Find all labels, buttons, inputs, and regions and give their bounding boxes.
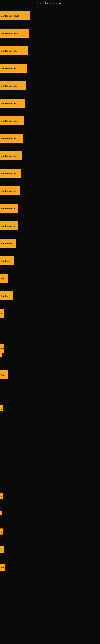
bar-label-10: Bottleneck res — [0, 186, 20, 195]
bar-label-23: | — [0, 511, 1, 515]
bar-label-0: Bottleneck result — [0, 11, 30, 20]
bar-label-14: Bottlene — [0, 256, 14, 265]
bar-label-13: Bottleneck r — [0, 239, 16, 248]
bar-item-1: Bottleneck result — [0, 28, 29, 38]
bar-item-24: E — [0, 528, 3, 534]
bar-label-25: B — [0, 546, 4, 553]
bar-item-20: Bott — [0, 370, 8, 379]
bar-label-24: E — [0, 528, 3, 534]
bar-item-19: | — [0, 352, 1, 356]
bar-label-2: Bottleneck resu — [0, 46, 28, 55]
bar-item-3: Bottleneck resu — [0, 64, 27, 73]
bar-label-15: Bot — [0, 274, 8, 283]
bar-item-18: Bo — [0, 344, 4, 353]
bar-item-13: Bottleneck r — [0, 239, 16, 248]
bar-label-18: Bo — [0, 344, 4, 353]
bar-label-4: Bottleneck resu — [0, 81, 26, 90]
bar-label-3: Bottleneck resu — [0, 64, 27, 73]
bar-item-15: Bot — [0, 274, 8, 283]
bar-item-11: Bottleneck re — [0, 204, 18, 213]
bar-label-21: E — [0, 405, 3, 411]
bar-label-22: F — [0, 493, 3, 499]
site-title: TheBottlenecker.com — [37, 2, 63, 5]
bar-label-19: | — [0, 352, 1, 356]
bar-label-1: Bottleneck result — [0, 28, 29, 38]
bar-label-11: Bottleneck re — [0, 204, 18, 213]
bar-item-7: Bottleneck resu — [0, 134, 23, 143]
bar-item-6: Bottleneck resu — [0, 116, 24, 125]
bar-label-5: Bottleneck resu — [0, 98, 25, 108]
bar-item-12: Bottleneck re — [0, 221, 18, 230]
bar-item-23: | — [0, 511, 1, 515]
bar-item-10: Bottleneck res — [0, 186, 20, 195]
bar-label-26: Bo — [0, 564, 5, 571]
bar-label-9: Bottleneck resu — [0, 169, 21, 178]
bar-label-20: Bott — [0, 370, 8, 379]
bar-item-26: Bo — [0, 564, 5, 571]
bar-label-16: Bottlen — [0, 291, 13, 300]
bar-label-12: Bottleneck re — [0, 221, 18, 230]
bar-item-22: F — [0, 493, 3, 499]
bar-item-5: Bottleneck resu — [0, 98, 25, 108]
bar-item-4: Bottleneck resu — [0, 81, 26, 90]
bar-label-8: Bottleneck resu — [0, 151, 22, 160]
site-header: TheBottlenecker.com — [0, 0, 100, 6]
bar-item-0: Bottleneck result — [0, 11, 30, 20]
bar-item-21: E — [0, 405, 3, 411]
bar-label-17: B — [0, 309, 4, 318]
bar-item-8: Bottleneck resu — [0, 151, 22, 160]
bar-item-2: Bottleneck resu — [0, 46, 28, 55]
bar-label-7: Bottleneck resu — [0, 134, 23, 143]
bar-item-25: B — [0, 546, 4, 553]
bar-label-6: Bottleneck resu — [0, 116, 24, 125]
bar-item-14: Bottlene — [0, 256, 14, 265]
bar-item-9: Bottleneck resu — [0, 169, 21, 178]
bar-item-16: Bottlen — [0, 291, 13, 300]
bar-item-17: B — [0, 309, 4, 318]
